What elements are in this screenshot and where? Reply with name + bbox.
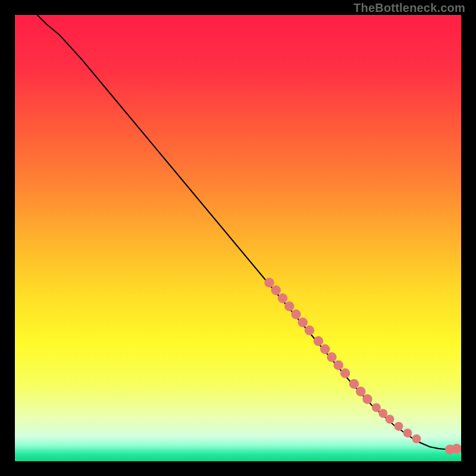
- data-marker: [264, 278, 274, 288]
- data-marker: [403, 428, 412, 437]
- data-marker: [362, 394, 372, 405]
- data-marker: [298, 318, 308, 328]
- plot-background: [15, 15, 461, 461]
- data-marker: [452, 444, 461, 453]
- data-marker: [271, 286, 281, 296]
- data-marker: [334, 361, 344, 371]
- data-marker: [278, 293, 288, 303]
- data-marker: [378, 409, 387, 418]
- data-marker: [340, 368, 350, 378]
- bottleneck-chart: [15, 15, 461, 461]
- data-marker: [284, 302, 295, 311]
- data-marker: [305, 325, 315, 335]
- data-marker: [291, 309, 301, 320]
- data-marker: [314, 336, 324, 346]
- data-marker: [386, 415, 394, 424]
- data-marker: [412, 434, 421, 443]
- chart-frame: TheBottleneck.com: [0, 0, 476, 476]
- data-marker: [327, 352, 337, 362]
- attribution-text: TheBottleneck.com: [353, 1, 465, 15]
- data-marker: [356, 387, 366, 397]
- data-marker: [372, 403, 381, 412]
- data-marker: [349, 379, 359, 389]
- data-marker: [394, 422, 403, 431]
- data-marker: [320, 345, 330, 355]
